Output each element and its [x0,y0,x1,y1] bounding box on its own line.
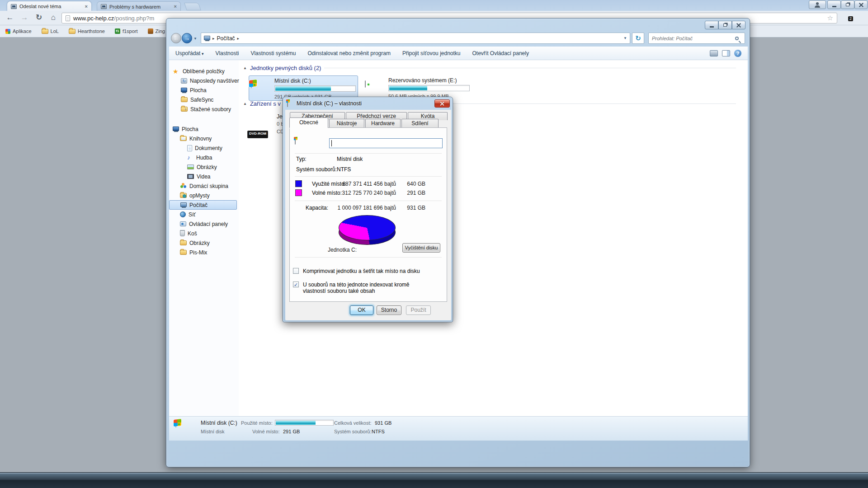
sidebar-label: Domácí skupina [189,183,228,189]
sidebar-item-documents[interactable]: Dokumenty [169,143,239,153]
nav-forward-button[interactable]: → [182,33,192,43]
sidebar-item-desktop-fav[interactable]: Plocha [169,85,239,95]
sidebar-item-libraries[interactable]: Knihovny [169,134,239,143]
preview-pane-icon[interactable] [722,50,730,56]
sidebar-item-computer[interactable]: Počítač [169,200,237,210]
compress-checkbox[interactable] [293,268,299,274]
type-value: Místní disk [337,156,363,162]
search-input[interactable]: Prohledat: Počítač [648,33,745,44]
libraries-icon [180,136,187,141]
command-organize[interactable]: Uspořádat [175,50,209,56]
bookmark-star-icon[interactable] [827,14,833,22]
sidebar-item-pismix[interactable]: Pis-Mix [169,248,239,257]
bookmark-label: Zing [156,28,165,34]
bookmark-f1sport[interactable]: f1sport [115,28,138,34]
command-system-properties[interactable]: Vlastnosti systému [245,50,302,56]
command-uninstall-program[interactable]: Odinstalovat nebo změnit program [302,50,396,56]
volume-label-input[interactable] [329,138,443,148]
new-tab-button[interactable] [184,3,201,10]
command-properties[interactable]: Vlastnosti [209,50,245,56]
sidebar-item-desktop[interactable]: Plocha [169,124,239,134]
disk-cleanup-button[interactable]: Vyčištění disku [402,243,440,253]
bookmark-lol[interactable]: LoL [42,28,59,34]
tab-hardware[interactable]: Hardware [365,119,401,128]
sidebar-gap [169,114,239,124]
divider [295,153,442,154]
explorer-maximize-button[interactable] [718,21,732,29]
help-icon[interactable] [734,50,741,57]
ok-button[interactable]: OK [350,305,373,315]
sidebar-label: Oblíbené položky [183,68,225,75]
nav-history-dropdown[interactable]: ▼ [193,37,197,41]
index-checkbox-label: U souborů na této jednotce indexovat kro… [303,282,432,294]
sidebar-item-recycle-bin[interactable]: Koš [169,229,239,238]
sidebar-item-homegroup[interactable]: Domácí skupina [169,181,239,191]
tab-sharing[interactable]: Sdílení [401,119,439,128]
bookmark-label: f1sport [123,28,138,34]
home-icon[interactable]: ⌂ [48,11,59,24]
bookmark-hearthstone[interactable]: Hearthstone [69,28,105,34]
explorer-minimize-button[interactable] [705,21,718,29]
sidebar-favorites-header[interactable]: Oblíbené položky [169,66,239,76]
change-view-icon[interactable] [710,50,718,56]
command-open-control-panel[interactable]: Otevřít Ovládací panely [467,50,535,56]
command-map-network-drive[interactable]: Připojit síťovou jednotku [396,50,467,56]
reload-icon[interactable]: ↻ [33,11,44,24]
sidebar-label: Knihovny [189,136,212,142]
details-pane: Místní disk (C:) Místní disk Použité mís… [169,416,748,441]
sidebar-item-downloads[interactable]: Stažené soubory [169,104,239,114]
filesystem-value: NTFS [337,166,351,173]
details-type: Místní disk [201,429,225,434]
apply-button[interactable]: Použít [406,305,431,315]
browser-tab-1[interactable]: Odeslat nové téma [7,1,91,11]
tab-close-icon[interactable] [85,4,88,9]
sidebar-item-recent[interactable]: Naposledy navštíver [169,76,239,85]
documents-icon [187,145,192,151]
capacity-bar [388,85,470,91]
address-dropdown-icon[interactable]: ▼ [623,36,627,40]
browser-close-button[interactable] [854,0,868,9]
sidebar-item-user[interactable]: opMysty [169,191,239,200]
person-icon [815,2,820,8]
zing-icon [148,28,153,34]
browser-profile-button[interactable] [809,0,826,9]
tab-general[interactable]: Obecné [289,117,328,128]
desktop: Odeslat nové téma Problémy s hardwarem ←… [0,0,868,488]
bookmark-apps[interactable]: Aplikace [5,28,32,34]
sidebar-item-music[interactable]: Hudba [169,153,239,162]
browser-minimize-button[interactable] [827,0,841,9]
group-header-hard-drives[interactable]: Jednotky pevných disků (2) [243,65,745,71]
refresh-button[interactable] [632,33,644,44]
explorer-close-button[interactable] [732,21,745,29]
breadcrumb[interactable]: Počítač ▼ [201,33,630,44]
browser-restore-button[interactable] [841,0,854,9]
index-checkbox[interactable] [293,282,299,287]
capacity-bar-fill [275,86,331,91]
nav-back-button[interactable]: ← [171,33,181,43]
sidebar-item-safesync[interactable]: SafeSync [169,95,239,104]
tab-tools[interactable]: Nástroje [329,119,364,128]
apps-grid-icon [5,29,10,34]
browser-tab-2[interactable]: Problémy s hardwarem [97,1,181,11]
sidebar-item-control-panel[interactable]: Ovládací panely [169,219,239,229]
sidebar-item-videos[interactable]: Videa [169,172,239,181]
folder-icon [181,97,188,102]
cancel-button[interactable]: Storno [377,305,401,315]
properties-dialog: Místní disk (C:) – vlastnosti Zabezpečen… [283,97,453,322]
star-icon [173,68,180,75]
divider [295,201,442,201]
details-capacity-bar [275,420,334,426]
sidebar-item-pictures[interactable]: Obrázky [169,162,239,172]
sidebar-item-pictures-folder[interactable]: Obrázky [169,238,239,248]
forward-icon[interactable]: → [19,11,30,24]
sidebar-item-network[interactable]: Síť [169,210,239,219]
breadcrumb-arrow-icon [212,36,215,41]
back-icon[interactable]: ← [5,11,15,24]
bookmark-zing[interactable]: Zing [148,28,165,34]
extension-badge: 2 [848,16,853,21]
divider [295,176,442,177]
tab-close-icon[interactable] [174,4,177,9]
dialog-close-button[interactable] [434,99,450,108]
bookmark-label: Aplikace [13,28,32,34]
breadcrumb-item-computer[interactable]: Počítač [217,35,235,42]
